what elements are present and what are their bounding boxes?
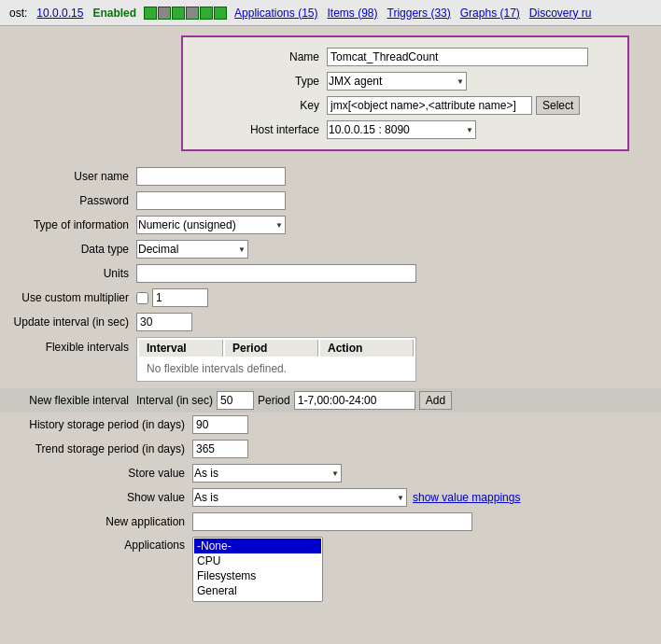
form-section-main: User name Password Type of information N… xyxy=(0,161,661,388)
key-row: Key Select xyxy=(190,93,620,118)
new-application-field xyxy=(192,512,472,531)
update-interval-row: Update interval (in sec) xyxy=(0,310,661,334)
history-label: History storage period (in days) xyxy=(6,418,192,431)
topbar: ost: 10.0.0.15 Enabled Applications (15)… xyxy=(0,0,661,26)
show-value-row: Show value As is show value mappings xyxy=(0,485,661,510)
flex-col-action: Action xyxy=(320,340,414,357)
username-label: User name xyxy=(6,170,136,183)
show-value-label: Show value xyxy=(6,491,192,504)
z-icon-2 xyxy=(158,7,171,20)
app-option-http[interactable]: Http_8080 xyxy=(194,598,321,602)
add-button[interactable]: Add xyxy=(419,391,452,410)
new-flex-interval-row: New flexible interval Interval (in sec) … xyxy=(0,388,661,413)
update-interval-input[interactable] xyxy=(136,313,192,331)
custom-mult-value[interactable] xyxy=(152,288,208,307)
z-icon-1 xyxy=(144,7,157,20)
custom-mult-label: Use custom multiplier xyxy=(6,291,136,304)
show-value-field: As is show value mappings xyxy=(192,488,520,507)
units-input[interactable] xyxy=(136,264,416,283)
flex-no-intervals-row: No flexible intervals defined. xyxy=(139,358,414,379)
type-info-field: Numeric (unsigned) xyxy=(136,216,655,234)
z-icon-3 xyxy=(172,7,185,20)
host-interface-select-wrapper: 10.0.0.15 : 8090 xyxy=(327,120,476,139)
key-label: Key xyxy=(196,99,327,112)
data-type-select[interactable]: Decimal xyxy=(136,240,248,259)
units-field xyxy=(136,264,655,283)
show-value-select[interactable]: As is xyxy=(192,488,407,507)
password-row: Password xyxy=(0,189,661,213)
z-icon-4 xyxy=(186,7,199,20)
type-select-wrapper: JMX agent xyxy=(327,72,467,91)
new-flex-interval-sec-input[interactable] xyxy=(217,391,254,410)
graphs-link[interactable]: Graphs (17) xyxy=(457,5,524,21)
discovery-link[interactable]: Discovery ru xyxy=(526,5,596,21)
history-input[interactable] xyxy=(192,415,248,434)
key-field: Select xyxy=(327,96,614,115)
password-input[interactable] xyxy=(136,191,286,210)
trend-label: Trend storage period (in days) xyxy=(6,442,192,455)
flex-no-intervals-text: No flexible intervals defined. xyxy=(139,358,414,379)
custom-mult-row: Use custom multiplier xyxy=(0,286,661,310)
trend-field xyxy=(192,440,248,458)
store-value-label: Store value xyxy=(6,467,192,480)
z-icon-6 xyxy=(214,7,227,20)
host-ip-link[interactable]: 10.0.0.15 xyxy=(33,5,87,21)
host-interface-select[interactable]: 10.0.0.15 : 8090 xyxy=(327,120,476,139)
interval-sec-label: Interval (in sec) xyxy=(136,394,213,407)
data-type-row: Data type Decimal xyxy=(0,237,661,261)
applications-row: Applications -None- CPU Filesystems Gene… xyxy=(0,534,661,605)
name-input[interactable] xyxy=(327,48,588,66)
app-option-none[interactable]: -None- xyxy=(194,539,321,553)
app-option-cpu[interactable]: CPU xyxy=(194,553,321,568)
host-interface-field: 10.0.0.15 : 8090 xyxy=(327,120,614,139)
show-value-mappings-link[interactable]: show value mappings xyxy=(413,491,520,504)
app-option-general[interactable]: General xyxy=(194,583,321,598)
type-info-label: Type of information xyxy=(6,218,136,231)
history-row: History storage period (in days) xyxy=(0,413,661,437)
applications-link[interactable]: Applications (15) xyxy=(231,5,321,21)
username-field xyxy=(136,167,655,186)
update-interval-field xyxy=(136,313,655,331)
type-select[interactable]: JMX agent xyxy=(327,72,467,91)
applications-listbox[interactable]: -None- CPU Filesystems General Http_8080 xyxy=(192,537,323,602)
password-field xyxy=(136,191,655,210)
history-field xyxy=(192,415,248,434)
type-info-select[interactable]: Numeric (unsigned) xyxy=(136,216,286,234)
show-value-select-wrapper: As is xyxy=(192,488,407,507)
items-link[interactable]: Items (98) xyxy=(323,5,381,21)
new-flex-period-input[interactable] xyxy=(294,391,415,410)
key-input[interactable] xyxy=(327,96,532,115)
type-info-row: Type of information Numeric (unsigned) xyxy=(0,213,661,237)
host-label: ost: xyxy=(6,5,31,21)
select-button[interactable]: Select xyxy=(536,96,580,115)
host-interface-label: Host interface xyxy=(196,123,327,136)
type-label: Type xyxy=(196,75,327,88)
password-label: Password xyxy=(6,194,136,207)
flexible-intervals-label: Flexible intervals xyxy=(6,337,136,354)
period-label: Period xyxy=(258,394,290,407)
triggers-link[interactable]: Triggers (33) xyxy=(384,5,455,21)
store-value-row: Store value As is xyxy=(0,461,661,485)
flexible-intervals-field: Interval Period Action No flexible inter… xyxy=(136,337,655,382)
update-interval-label: Update interval (in sec) xyxy=(6,315,136,329)
app-option-filesystems[interactable]: Filesystems xyxy=(194,568,321,583)
status-enabled: Enabled xyxy=(89,5,140,21)
new-application-row: New application xyxy=(0,510,661,534)
flex-intervals-table: Interval Period Action No flexible inter… xyxy=(136,337,416,382)
applications-label: Applications xyxy=(6,537,192,552)
custom-mult-checkbox[interactable] xyxy=(136,292,148,304)
trend-input[interactable] xyxy=(192,440,248,458)
new-application-input[interactable] xyxy=(192,512,472,531)
data-type-select-wrapper: Decimal xyxy=(136,240,248,259)
flex-col-period: Period xyxy=(225,340,318,357)
name-label: Name xyxy=(196,50,327,63)
username-input[interactable] xyxy=(136,167,286,186)
new-flex-interval-label: New flexible interval xyxy=(6,394,136,407)
trend-row: Trend storage period (in days) xyxy=(0,437,661,461)
type-field: JMX agent xyxy=(327,72,614,91)
applications-field: -None- CPU Filesystems General Http_8080 xyxy=(192,537,323,602)
units-label: Units xyxy=(6,267,136,280)
store-value-select[interactable]: As is xyxy=(192,464,342,483)
zabbix-status-icons xyxy=(144,7,227,20)
flexible-intervals-row: Flexible intervals Interval Period Actio… xyxy=(0,334,661,385)
